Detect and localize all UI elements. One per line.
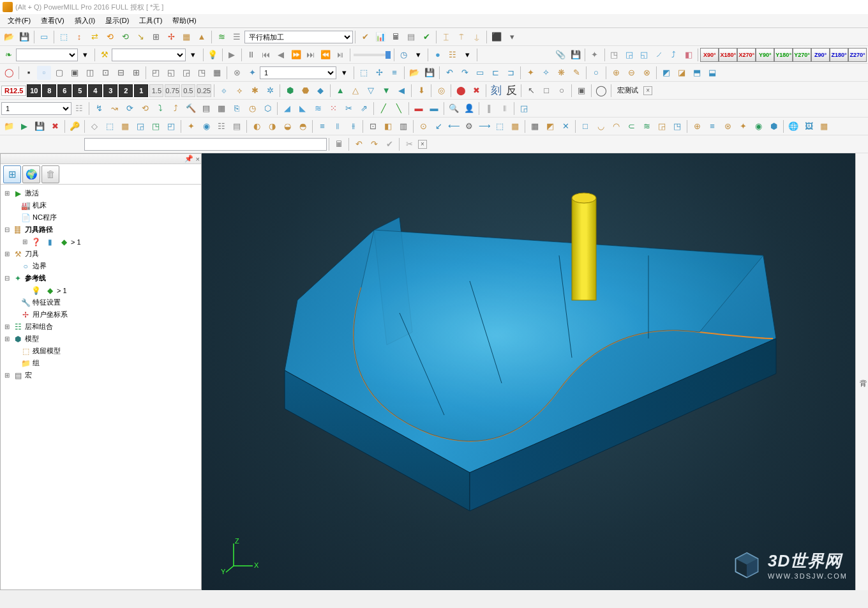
calc-icon[interactable]: 🖩 — [389, 30, 403, 44]
arrow-right-icon[interactable]: ⟶ — [477, 119, 491, 133]
r6o-icon[interactable]: ◑ — [265, 119, 279, 133]
chart-icon[interactable]: 📊 — [373, 30, 387, 44]
rot-y270[interactable]: Y270° — [793, 48, 811, 62]
r6s-icon[interactable]: ⫴ — [331, 119, 345, 133]
rot-z180[interactable]: Z180° — [830, 48, 848, 62]
tab-globe[interactable]: 🌍 — [22, 165, 40, 183]
eraser-icon[interactable]: ◧ — [682, 48, 695, 62]
stop-red-icon[interactable]: ⬤ — [454, 84, 468, 98]
view2-icon[interactable]: ◱ — [164, 66, 178, 80]
clock-icon[interactable]: ◷ — [397, 48, 410, 62]
drop-b-icon[interactable]: ▾ — [186, 48, 200, 62]
arc4-icon[interactable]: ≋ — [640, 119, 654, 133]
r5b-icon[interactable]: ↝ — [107, 102, 121, 116]
cube-a-icon[interactable]: ◩ — [659, 66, 673, 80]
panel-pin-icon[interactable]: 📌 — [184, 155, 193, 163]
dark-cube-icon[interactable]: ▪ — [22, 66, 36, 80]
r4c-icon[interactable]: ✱ — [248, 84, 262, 98]
drop-a-icon[interactable]: ▾ — [79, 48, 92, 62]
view1-icon[interactable]: ◰ — [149, 66, 163, 80]
save-icon[interactable]: 💾 — [17, 30, 31, 44]
blue-box-icon[interactable]: ▬ — [427, 102, 441, 116]
drop-c-icon[interactable]: ▾ — [412, 48, 425, 62]
mill2-icon[interactable]: ≡ — [705, 119, 719, 133]
pyramid-icon[interactable]: ▲ — [195, 30, 209, 44]
red-box-icon[interactable]: ▬ — [412, 102, 426, 116]
mill1-icon[interactable]: ⊕ — [690, 119, 704, 133]
rot-y180[interactable]: Y180° — [774, 48, 793, 62]
r6c-icon[interactable]: 💾 — [33, 119, 47, 133]
r6j-icon[interactable]: ✦ — [184, 119, 198, 133]
arrow-left-icon[interactable]: ⟵ — [447, 119, 461, 133]
misc2-icon[interactable]: ⊖ — [624, 66, 638, 80]
r6w-icon[interactable]: ▥ — [396, 119, 410, 133]
r5d-icon[interactable]: ⟲ — [138, 102, 152, 116]
fan-button[interactable]: 反 — [504, 84, 518, 98]
leaf-icon[interactable]: ❧ — [2, 48, 15, 62]
bars1-icon[interactable]: ‖ — [482, 102, 496, 116]
r6u-icon[interactable]: ⊡ — [366, 119, 380, 133]
r4b-icon[interactable]: ⟡ — [232, 84, 246, 98]
list-icon[interactable]: ☰ — [230, 30, 244, 44]
mill4-icon[interactable]: ✦ — [736, 119, 750, 133]
star-icon[interactable]: ✦ — [245, 66, 259, 80]
arc2-icon[interactable]: ◠ — [609, 119, 623, 133]
open-icon[interactable]: 📂 — [2, 30, 16, 44]
r6k-icon[interactable]: ◉ — [199, 119, 213, 133]
step-1-5[interactable]: 1.5 — [149, 84, 163, 97]
skip-back-icon[interactable]: ⏪ — [318, 48, 332, 62]
sq-blue-icon[interactable]: □ — [578, 119, 592, 133]
safe-z-icon[interactable]: ↕ — [72, 30, 86, 44]
target-icon[interactable]: ◎ — [434, 84, 448, 98]
sel3-icon[interactable]: ≡ — [387, 66, 401, 80]
grid-icon[interactable]: ▦ — [179, 30, 193, 44]
tool3-icon[interactable]: ⍊ — [470, 30, 484, 44]
view5-icon[interactable]: ▦ — [210, 66, 224, 80]
box-blue-icon[interactable]: ▭ — [473, 66, 487, 80]
pat1-icon[interactable]: ✦ — [523, 66, 537, 80]
step-fwd-icon[interactable]: ⏭ — [304, 48, 317, 62]
step-0-5[interactable]: 0.5 — [181, 84, 195, 97]
rot-x270[interactable]: X270° — [737, 48, 756, 62]
axes-icon[interactable]: ✢ — [164, 30, 178, 44]
r4k-icon[interactable]: ▼ — [379, 84, 393, 98]
command-input[interactable] — [84, 138, 327, 151]
macro-close[interactable]: × — [643, 86, 652, 95]
r4d-icon[interactable]: ✲ — [263, 84, 277, 98]
cube-yellow-icon[interactable]: ◲ — [655, 119, 669, 133]
open2-icon[interactable]: 📂 — [407, 66, 421, 80]
point-icon[interactable]: ↘ — [133, 30, 147, 44]
start-icon[interactable]: ⇄ — [87, 30, 101, 44]
r6r-icon[interactable]: ≡ — [315, 119, 329, 133]
save2-icon[interactable]: 💾 — [569, 48, 582, 62]
cube-b-icon[interactable]: ◪ — [675, 66, 689, 80]
step-10[interactable]: 10 — [27, 84, 41, 97]
r5c-icon[interactable]: ⟳ — [123, 102, 137, 116]
r4a-icon[interactable]: ⟐ — [217, 84, 231, 98]
crop2-icon[interactable]: ⊐ — [504, 66, 518, 80]
circle-red-icon[interactable]: ◯ — [2, 66, 16, 80]
r4l-icon[interactable]: ◀ — [394, 84, 408, 98]
r6i-icon[interactable]: ◰ — [164, 119, 178, 133]
r6n-icon[interactable]: ◐ — [250, 119, 264, 133]
r6e-icon[interactable]: ⬚ — [103, 119, 117, 133]
wire3-icon[interactable]: ◫ — [83, 66, 97, 80]
view4-icon[interactable]: ◳ — [195, 66, 209, 80]
pat3-icon[interactable]: ❋ — [554, 66, 568, 80]
r5e-icon[interactable]: ⤵ — [153, 102, 167, 116]
cube-end-icon[interactable]: ◲ — [517, 102, 531, 116]
misc1-icon[interactable]: ⊕ — [609, 66, 623, 80]
leads-orange-icon[interactable]: ⟲ — [103, 30, 117, 44]
mill5-icon[interactable]: ◉ — [751, 119, 765, 133]
wire4-icon[interactable]: ⊡ — [98, 66, 112, 80]
explorer-tree[interactable]: ⊞▶激活 🏭机床 📄NC程序 ⊟🛤刀具路径 ⊞❓▮◆> 1 ⊞⚒刀具 ○边界 ⊟… — [1, 185, 201, 589]
redo3-icon[interactable]: ↷ — [367, 137, 381, 151]
step-3[interactable]: 3 — [103, 84, 117, 97]
view3-icon[interactable]: ◲ — [179, 66, 193, 80]
globe-icon[interactable]: 🌐 — [786, 119, 800, 133]
tab-tree[interactable]: ⊞ — [3, 165, 21, 183]
dropdown-icon[interactable]: ▾ — [505, 30, 519, 44]
r6z-icon[interactable]: ⬚ — [493, 119, 507, 133]
r5a-icon[interactable]: ↯ — [92, 102, 106, 116]
attach-icon[interactable]: 📎 — [554, 48, 567, 62]
